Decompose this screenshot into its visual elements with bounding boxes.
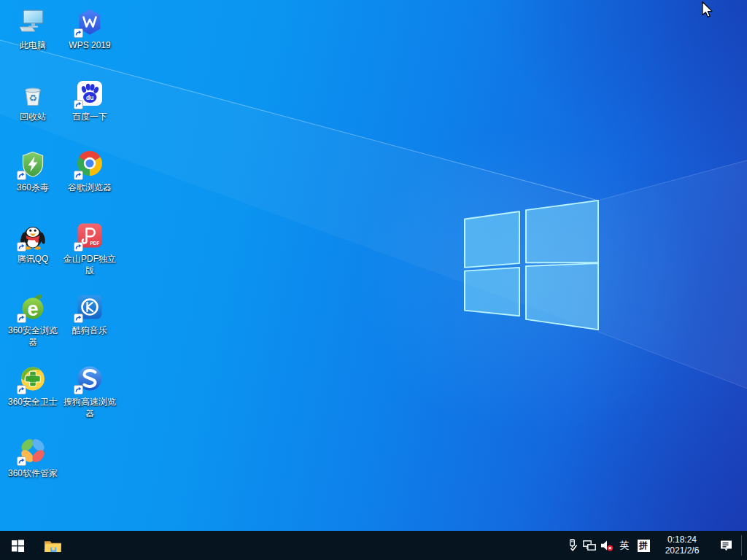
shield-lightning-icon (18, 149, 47, 179)
desktop-icon-sogou-browser[interactable]: 搜狗高速浏览器 (61, 364, 118, 419)
desktop-icon-360-secure-browser[interactable]: e 360安全浏览器 (4, 292, 61, 348)
desktop-icon-label: 搜狗高速浏览器 (61, 396, 118, 419)
desktop-icon-wps-2019[interactable]: WPS 2019 (61, 7, 118, 51)
chrome-icon (75, 149, 104, 179)
taskbar: 英 拼 0:18:24 2021/2/6 (0, 531, 747, 560)
desktop-icon-label: 腾讯QQ (4, 253, 61, 265)
show-desktop-button[interactable] (742, 531, 747, 560)
desktop-icon-label: 360杀毒 (4, 182, 61, 193)
desktop-icon-label: 此电脑 (4, 39, 61, 51)
system-tray: 英 拼 0:18:24 2021/2/6 (563, 531, 747, 560)
shortcut-arrow-badge (74, 385, 83, 394)
desktop-icon-kugou-music[interactable]: 酷狗音乐 (61, 292, 118, 336)
shortcut-arrow-badge (17, 456, 26, 466)
green-plus-circle-icon (18, 364, 47, 393)
desktop-icon-360-antivirus[interactable]: 360杀毒 (4, 149, 61, 193)
shortcut-arrow-badge (17, 242, 26, 252)
desktop-icon-label: 金山PDF独立版 (61, 253, 118, 276)
clock-time: 0:18:24 (667, 534, 697, 545)
desktop-icon-recycle-bin[interactable]: ♻ 回收站 (4, 79, 61, 122)
desktop-icon-label: 360安全浏览器 (4, 324, 61, 348)
desktop-icon-google-chrome[interactable]: 谷歌浏览器 (61, 149, 118, 193)
shortcut-arrow-badge (17, 314, 26, 323)
this-pc-icon (18, 7, 47, 36)
desktop-icon-label: 回收站 (4, 111, 61, 122)
windows-start-icon (12, 540, 24, 552)
file-explorer-icon (44, 538, 62, 553)
svg-text:PDF: PDF (90, 241, 100, 246)
network-tray-icon[interactable] (581, 531, 598, 560)
desktop-icon-baidu-search[interactable]: du 百度一下 (61, 79, 118, 122)
network-icon (583, 540, 596, 551)
start-button[interactable] (0, 531, 35, 560)
pdf-icon: PDF (75, 221, 104, 250)
shortcut-arrow-badge (17, 385, 26, 394)
svg-text:♻: ♻ (28, 93, 37, 104)
ime-pinyin-badge[interactable]: 拼 (633, 531, 654, 560)
volume-muted-tray-icon[interactable] (598, 531, 616, 560)
desktop-icon-label: WPS 2019 (61, 39, 118, 51)
desktop-icon-this-pc[interactable]: 此电脑 (4, 7, 61, 51)
baidu-paw-icon: du (75, 79, 104, 108)
qq-penguin-icon (18, 221, 47, 250)
shortcut-arrow-badge (74, 314, 83, 323)
sogou-s-icon (75, 364, 104, 393)
desktop-icon-grid: 此电脑 WPS 2019 ♻ 回收站 (4, 0, 128, 531)
shortcut-arrow-badge (74, 100, 83, 109)
speaker-muted-icon (600, 540, 614, 552)
desktop-icon-kingsoft-pdf[interactable]: PDF 金山PDF独立版 (61, 221, 118, 276)
taskbar-clock[interactable]: 0:18:24 2021/2/6 (654, 531, 711, 560)
shortcut-arrow-badge (74, 171, 83, 180)
wps-icon (75, 7, 104, 36)
four-petal-flower-icon (18, 435, 47, 464)
desktop-screen: 此电脑 WPS 2019 ♻ 回收站 (0, 0, 747, 560)
usb-icon (567, 539, 578, 552)
shortcut-arrow-badge (17, 171, 26, 180)
desktop-icon-label: 酷狗音乐 (61, 324, 118, 336)
desktop-icon-label: 360安全卫士 (4, 396, 61, 408)
desktop-icon-tencent-qq[interactable]: 腾讯QQ (4, 221, 61, 265)
desktop-icon-label: 360软件管家 (4, 467, 61, 479)
svg-text:du: du (86, 94, 93, 101)
clock-date: 2021/2/6 (665, 545, 700, 556)
action-center-button[interactable] (711, 531, 741, 560)
ime-pinyin-box: 拼 (638, 540, 650, 552)
desktop-icon-label: 谷歌浏览器 (61, 182, 118, 193)
desktop-icon-360-software-manager[interactable]: 360软件管家 (4, 435, 61, 479)
recycle-bin-icon: ♻ (18, 79, 47, 108)
svg-text:e: e (27, 298, 38, 320)
desktop-icon-label: 百度一下 (61, 111, 118, 122)
kugou-k-icon (75, 292, 104, 322)
usb-safely-remove-tray-icon[interactable] (563, 531, 581, 560)
input-language-indicator[interactable]: 英 (616, 531, 633, 560)
desktop-icon-360-safe-guard[interactable]: 360安全卫士 (4, 364, 61, 408)
shortcut-arrow-badge (74, 28, 83, 38)
shortcut-arrow-badge (74, 242, 83, 252)
action-center-icon (720, 540, 732, 551)
file-explorer-taskbar-button[interactable] (35, 531, 70, 560)
green-e-browser-icon: e (18, 292, 47, 322)
